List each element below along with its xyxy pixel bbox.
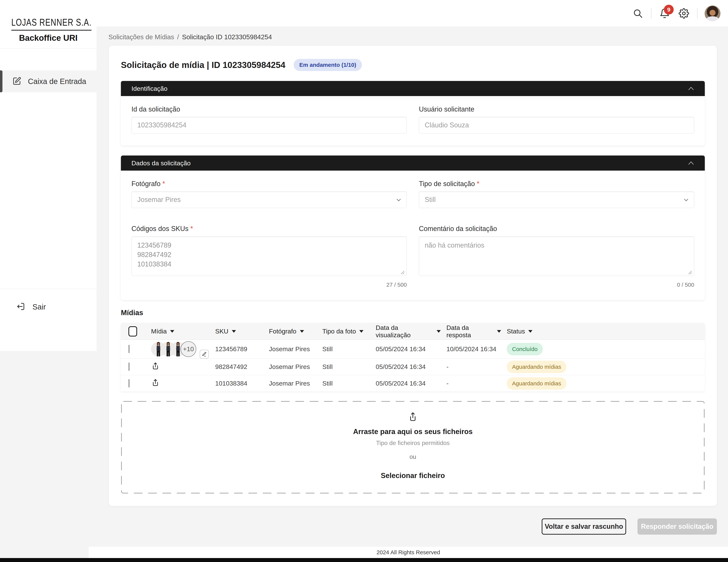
section-identification: Identificação Id da solicitação Usuário … — [121, 81, 705, 145]
user-avatar[interactable] — [705, 5, 720, 21]
sort-caret-icon — [437, 330, 441, 333]
more-medias-badge[interactable]: +10 — [180, 341, 196, 357]
brand-logo: LOJAS RENNER S.A. Backoffice URI — [0, 0, 97, 43]
section-identification-header: Identificação — [121, 81, 705, 96]
status-badge: Concluído — [507, 343, 543, 355]
back-save-draft-button[interactable]: Voltar e salvar rascunho — [542, 518, 626, 535]
edit-square-icon — [12, 76, 22, 86]
topbar-divider — [651, 8, 651, 19]
status-badge: Aguardando mídias — [507, 361, 566, 373]
topbar-divider — [697, 8, 697, 19]
cell-sku: 101038384 — [210, 380, 263, 387]
breadcrumb-current: Solicitação ID 1023305984254 — [182, 33, 272, 41]
file-dropzone[interactable]: Arraste para aqui os seus ficheiros Tipo… — [121, 401, 705, 494]
cell-photo-type: Still — [317, 345, 370, 353]
sort-caret-icon — [528, 330, 532, 333]
page-actions: Voltar e salvar rascunho Responder solic… — [109, 518, 717, 535]
main-content: Solicitações de Mídias / Solicitação ID … — [97, 27, 728, 535]
row-checkbox[interactable] — [128, 363, 130, 371]
field-requester: Usuário solicitante — [419, 105, 694, 133]
select-file-button[interactable]: Selecionar ficheiro — [381, 472, 445, 480]
upload-icon[interactable] — [151, 378, 160, 387]
upload-icon — [407, 411, 418, 423]
chevron-up-icon[interactable] — [688, 86, 694, 91]
field-request-type: Tipo de solicitação * Still — [419, 180, 694, 208]
required-asterisk: * — [162, 180, 165, 188]
media-thumbnails[interactable]: +10 — [151, 341, 210, 357]
sort-caret-icon — [359, 330, 363, 333]
requester-input — [419, 117, 694, 133]
brand-logo-subtitle: Backoffice URI — [0, 33, 97, 43]
sidebar: LOJAS RENNER S.A. Backoffice URI Caixa d… — [0, 0, 97, 351]
sort-caret-icon — [300, 330, 304, 333]
column-header-data-visualizacao[interactable]: Data da visualização — [370, 324, 441, 339]
skus-textarea[interactable]: 123456789 982847492 101038384 — [131, 236, 407, 276]
select-all-checkbox[interactable] — [128, 326, 137, 337]
sort-caret-icon — [497, 330, 501, 333]
required-asterisk: * — [190, 224, 193, 233]
photographer-selected-value: Josemar Pires — [137, 196, 181, 204]
request-id-label: Id da solicitação — [131, 105, 180, 113]
breadcrumb-separator: / — [177, 33, 179, 41]
notifications-bell-icon[interactable]: 9 — [659, 7, 671, 19]
edit-medias-button[interactable] — [200, 350, 209, 359]
skus-char-counter: 27 / 500 — [131, 282, 407, 288]
logout-label: Sair — [32, 303, 46, 311]
chevron-up-icon[interactable] — [688, 161, 694, 165]
cell-sku: 982847492 — [210, 363, 263, 371]
cell-sku: 123456789 — [210, 345, 263, 353]
copyright-text: 2024 All Rights Reserved — [377, 549, 440, 556]
column-header-data-resposta[interactable]: Data da resposta — [441, 324, 501, 339]
cell-view-date: 05/05/2024 16:34 — [370, 363, 441, 371]
upload-icon[interactable] — [151, 362, 160, 371]
section-request-data: Dados da solicitação Fotógrafo * Josemar… — [121, 155, 705, 300]
cell-view-date: 05/05/2024 16:34 — [370, 345, 441, 353]
column-header-midia[interactable]: Mídia — [145, 328, 210, 335]
logout-icon — [16, 302, 26, 312]
sort-caret-icon — [232, 330, 236, 333]
photographer-label: Fotógrafo — [131, 180, 160, 188]
row-checkbox[interactable] — [128, 379, 130, 388]
request-card: Solicitação de mídia | ID 1023305984254 … — [109, 46, 717, 506]
page-title: Solicitação de mídia | ID 1023305984254 — [121, 60, 285, 70]
pencil-icon — [202, 352, 207, 357]
comment-textarea[interactable] — [419, 236, 694, 276]
resize-handle[interactable] — [687, 270, 692, 275]
dropzone-or-label: ou — [409, 453, 416, 460]
cell-photo-type: Still — [317, 380, 370, 387]
request-id-input — [131, 117, 407, 133]
column-header-tipo-da-foto[interactable]: Tipo da foto — [317, 328, 370, 335]
topbar-actions: 9 — [632, 0, 720, 27]
section-title: Dados da solicitação — [131, 159, 191, 167]
comment-label: Comentário da solicitação — [419, 224, 497, 233]
sidebar-item-label: Caixa de Entrada — [28, 77, 86, 86]
search-icon[interactable] — [632, 7, 644, 19]
chevron-down-icon — [683, 197, 689, 203]
column-header-sku[interactable]: SKU — [210, 328, 263, 335]
cell-photographer: Josemar Pires — [263, 345, 317, 353]
row-checkbox[interactable] — [128, 345, 130, 353]
column-header-fotografo[interactable]: Fotógrafo — [263, 328, 317, 335]
field-photographer: Fotógrafo * Josemar Pires — [131, 180, 407, 208]
active-item-bar — [0, 70, 2, 92]
request-type-select[interactable]: Still — [419, 191, 694, 208]
request-type-label: Tipo de solicitação — [419, 180, 475, 188]
column-header-status[interactable]: Status — [501, 328, 705, 335]
notification-count-badge: 9 — [664, 5, 674, 15]
required-asterisk: * — [477, 180, 479, 188]
sidebar-item-inbox[interactable]: Caixa de Entrada — [0, 70, 97, 92]
resize-handle[interactable] — [400, 270, 405, 275]
section-request-data-body: Fotógrafo * Josemar Pires Tipo de solici… — [121, 170, 705, 300]
photographer-select[interactable]: Josemar Pires — [131, 191, 407, 208]
medias-title: Mídias — [121, 309, 705, 317]
cell-response-date: - — [441, 380, 501, 387]
section-request-data-header: Dados da solicitação — [121, 155, 705, 170]
logout-button[interactable]: Sair — [0, 298, 97, 316]
respond-request-button[interactable]: Responder solicitação — [637, 518, 717, 535]
status-badge: Aguardando mídias — [507, 377, 566, 390]
gear-icon[interactable] — [678, 7, 690, 19]
field-skus: Códigos dos SKUs * 123456789 982847492 1… — [131, 224, 407, 288]
dropzone-title: Arraste para aqui os seus ficheiros — [353, 428, 473, 436]
request-type-selected-value: Still — [425, 196, 436, 204]
breadcrumb-parent-link[interactable]: Solicitações de Mídias — [108, 33, 174, 41]
